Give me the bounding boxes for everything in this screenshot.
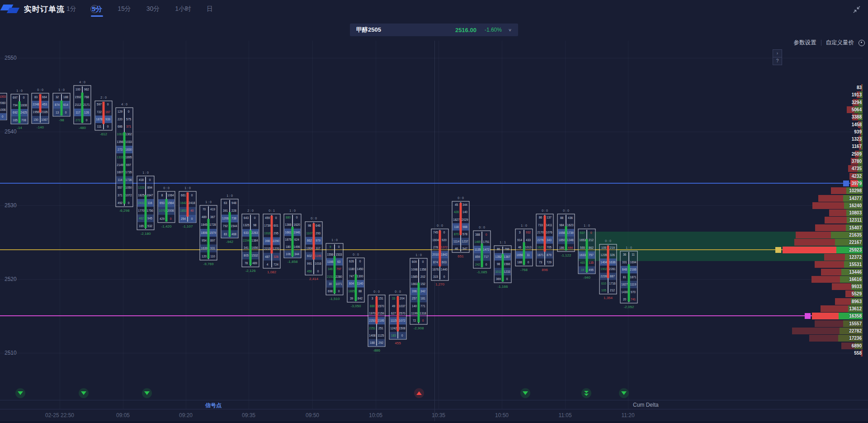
svg-text:2149: 2149	[117, 163, 123, 166]
panel-help-button[interactable]: ?	[773, 57, 782, 65]
svg-text:948: 948	[231, 201, 236, 204]
svg-text:1623: 1623	[537, 246, 544, 249]
signal-marker-down[interactable]	[520, 388, 530, 398]
time-axis: 02-25 22:5009:0509:2009:3509:5010:0510:3…	[0, 409, 868, 421]
svg-text:257: 257	[412, 297, 417, 300]
volume-profile-row: 3979	[646, 180, 863, 187]
svg-text:1661: 1661	[411, 282, 418, 285]
tab-日[interactable]: 日	[206, 1, 214, 17]
volume-profile-row: 1323	[646, 136, 863, 143]
svg-text:0: 0	[128, 110, 130, 113]
vp-sell-segment	[812, 202, 844, 209]
svg-text:0: 0	[2, 115, 4, 118]
svg-text:86: 86	[539, 216, 542, 219]
volume-profile-row: 10298	[646, 187, 863, 194]
svg-text:932: 932	[526, 231, 531, 234]
svg-text:602: 602	[307, 254, 312, 257]
svg-text:98: 98	[308, 224, 311, 227]
svg-text:0: 0	[149, 178, 151, 181]
svg-text:1871: 1871	[630, 276, 637, 279]
svg-text:970: 970	[631, 290, 636, 294]
volume-profile-row: 25923	[646, 247, 863, 253]
svg-text:991: 991	[307, 262, 312, 265]
signal-marker-down[interactable]	[619, 388, 629, 398]
svg-text:1318: 1318	[420, 312, 426, 315]
svg-text:0: 0	[191, 194, 193, 197]
vp-volume-value: 8963	[852, 298, 862, 305]
svg-text:1067: 1067	[41, 118, 48, 121]
svg-text:129: 129	[118, 110, 123, 113]
svg-text:455: 455	[395, 341, 401, 345]
svg-text:1885: 1885	[348, 290, 355, 293]
svg-text:137: 137	[547, 216, 552, 219]
custom-volume-button[interactable]: 自定义量价	[826, 39, 854, 47]
vp-sell-segment	[821, 269, 841, 276]
vp-sell-segment	[815, 320, 843, 327]
svg-text:1166: 1166	[327, 260, 334, 263]
svg-text:896: 896	[542, 268, 548, 272]
svg-text:624: 624	[294, 238, 299, 241]
svg-text:984: 984	[559, 223, 564, 227]
signal-marker-down[interactable]	[142, 388, 152, 398]
vp-volume-value: 1458	[852, 121, 862, 128]
tab-15分[interactable]: 15分	[117, 1, 132, 17]
svg-text:738: 738	[231, 217, 236, 220]
svg-text:346: 346	[328, 267, 333, 271]
svg-text:0 : 0: 0 : 0	[163, 186, 170, 190]
tab-1小时[interactable]: 1小时	[174, 1, 192, 17]
volume-profile-row: 16358	[646, 313, 863, 319]
volume-profile-row: 12372	[646, 254, 863, 261]
svg-text:1585: 1585	[411, 275, 418, 278]
svg-text:1728: 1728	[209, 223, 216, 226]
svg-text:32: 32	[56, 95, 59, 99]
collapse-icon[interactable]	[852, 5, 862, 14]
svg-text:2431: 2431	[138, 201, 145, 204]
svg-text:-140: -140	[37, 125, 44, 129]
signal-marker-down[interactable]	[15, 388, 25, 398]
time-axis-label: 09:05	[116, 412, 130, 418]
svg-text:664: 664	[42, 95, 47, 99]
svg-text:-612: -612	[100, 132, 108, 136]
vp-volume-value: 4735	[852, 165, 862, 172]
svg-text:0: 0	[443, 231, 445, 234]
signal-marker-special[interactable]	[581, 388, 591, 398]
time-axis-label: 11:05	[558, 412, 571, 418]
svg-text:0 : 0: 0 : 0	[542, 209, 548, 212]
tab-5分[interactable]: 5分	[91, 1, 103, 18]
vp-volume-value: 3294	[852, 99, 862, 106]
signal-marker-down[interactable]	[79, 388, 89, 398]
vp-sell-segment	[812, 313, 839, 319]
down-triangle-icon	[523, 391, 528, 395]
svg-text:468: 468	[231, 233, 236, 236]
time-axis-label: 11:20	[621, 412, 634, 418]
vp-buy-segment	[862, 84, 863, 91]
svg-text:2195: 2195	[377, 319, 384, 322]
svg-text:342: 342	[420, 290, 425, 293]
settings-button[interactable]: 参数设置	[794, 39, 816, 47]
volume-profile-row: 8963	[646, 298, 863, 305]
svg-text:140: 140	[412, 304, 417, 308]
expand-panel-button[interactable]: ›	[773, 50, 782, 57]
volume-profile-row: 4232	[646, 173, 863, 180]
svg-text:2335: 2335	[41, 110, 48, 114]
svg-text:894: 894	[147, 186, 152, 189]
instrument-selector[interactable]: 甲醇2505 2516.00 -1.60% ∨	[350, 24, 518, 36]
svg-text:-1,858: -1,858	[288, 260, 298, 264]
target-icon[interactable]	[859, 40, 865, 46]
svg-text:1902: 1902	[600, 267, 607, 271]
tab-1分[interactable]: 1分	[66, 1, 77, 17]
svg-text:-9,769: -9,769	[203, 262, 214, 266]
svg-text:1098: 1098	[411, 268, 418, 271]
svg-text:118: 118	[454, 225, 459, 228]
svg-text:116: 116	[147, 201, 152, 204]
svg-text:1430: 1430	[621, 290, 628, 294]
svg-text:532: 532	[147, 224, 152, 228]
tab-30分[interactable]: 30分	[146, 1, 161, 17]
vp-volume-value: 13612	[849, 305, 862, 312]
vp-sell-segment	[815, 261, 844, 268]
signal-marker-up[interactable]	[414, 388, 424, 398]
vp-volume-value: 2509	[852, 151, 862, 157]
volume-profile-row: 4735	[646, 165, 863, 172]
svg-text:1716: 1716	[609, 282, 616, 285]
svg-text:897: 897	[210, 239, 215, 242]
